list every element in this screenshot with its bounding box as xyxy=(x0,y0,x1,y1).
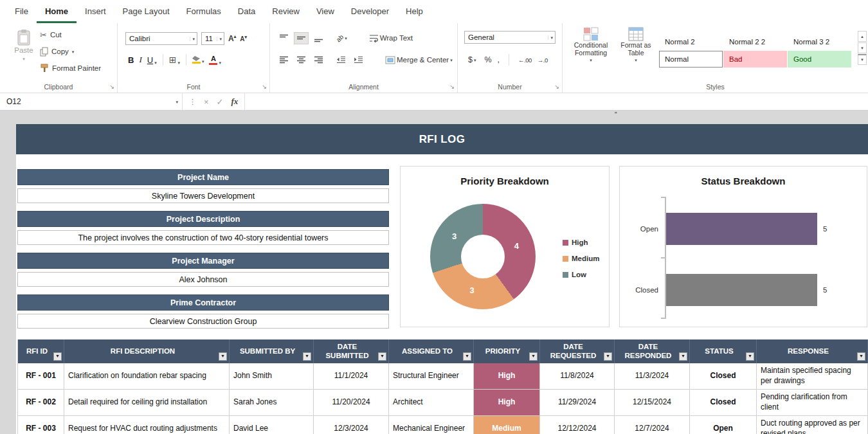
font-size-dropdown-arrow[interactable]: ▾ xyxy=(217,37,222,41)
menu-tab-page-layout[interactable]: Page Layout xyxy=(114,1,178,23)
filter-button[interactable]: ▼ xyxy=(53,352,62,361)
cell-date_requested[interactable]: 11/8/2024 xyxy=(540,363,615,390)
menu-tab-help[interactable]: Help xyxy=(397,1,431,23)
cell-date_requested[interactable]: 12/12/2024 xyxy=(540,416,615,434)
font-dialog-launcher[interactable]: ↘ xyxy=(262,84,267,90)
cell-status[interactable]: Closed xyxy=(690,363,757,390)
cell-status[interactable]: Open xyxy=(690,416,757,434)
align-middle-button[interactable] xyxy=(294,32,309,44)
enter-icon[interactable]: ✓ xyxy=(217,97,224,107)
name-box-dropdown-arrow[interactable]: ▾ xyxy=(176,100,178,104)
filter-button[interactable]: ▼ xyxy=(303,352,311,361)
paste-dropdown-arrow[interactable]: ▾ xyxy=(23,57,25,61)
priority-donut[interactable]: 433 xyxy=(430,204,536,309)
cell-id[interactable]: RF - 001 xyxy=(17,363,64,390)
cell-date_submitted[interactable]: 12/3/2024 xyxy=(314,416,389,434)
shrink-font-button[interactable]: A▾ xyxy=(240,35,247,42)
cell-assigned_to[interactable]: Mechanical Engineer xyxy=(389,416,474,434)
align-right-button[interactable] xyxy=(311,54,326,66)
fill-color-dropdown-arrow[interactable]: ▾ xyxy=(202,59,204,64)
cell-date_responded[interactable]: 12/15/2024 xyxy=(615,390,690,416)
filter-button[interactable]: ▼ xyxy=(529,352,538,361)
wrap-text-button[interactable]: Wrap Text xyxy=(366,32,415,44)
menu-tab-file[interactable]: File xyxy=(6,1,37,23)
decrease-indent-button[interactable] xyxy=(334,54,348,66)
menu-tab-view[interactable]: View xyxy=(308,1,343,23)
formula-input[interactable] xyxy=(244,93,868,110)
font-size-combo[interactable]: 11 ▾ xyxy=(201,32,224,45)
format-painter-button[interactable]: Format Painter xyxy=(40,62,101,75)
filter-button[interactable]: ▼ xyxy=(463,352,471,361)
filter-button[interactable]: ▼ xyxy=(604,352,612,361)
cell-submitted_by[interactable]: Sarah Jones xyxy=(230,390,314,416)
increase-indent-button[interactable] xyxy=(351,54,366,66)
style-chip-normal-2[interactable]: Normal 2 xyxy=(659,33,723,50)
cell-response[interactable]: Duct routing approved as per revised pla… xyxy=(757,416,868,434)
borders-button[interactable]: ⊞ ▾ xyxy=(167,54,183,66)
name-box[interactable]: O12 ▾ xyxy=(0,93,183,110)
legend-item[interactable]: Low xyxy=(563,271,599,278)
borders-dropdown-arrow[interactable]: ▾ xyxy=(177,60,180,65)
filter-button[interactable]: ▼ xyxy=(378,352,386,361)
merge-center-dropdown-arrow[interactable]: ▾ xyxy=(450,58,453,62)
cell-date_submitted[interactable]: 11/1/2024 xyxy=(314,363,389,390)
field-value-cell[interactable]: Skyline Towers Development xyxy=(17,188,389,203)
menu-tab-review[interactable]: Review xyxy=(264,1,308,23)
style-chip-good[interactable]: Good xyxy=(788,51,851,68)
gallery-scroll-up-button[interactable]: ▲ xyxy=(858,31,867,42)
paste-button[interactable]: Paste ▾ xyxy=(9,28,39,62)
font-color-dropdown-arrow[interactable]: ▾ xyxy=(219,60,221,65)
italic-button[interactable]: I xyxy=(136,54,144,66)
merge-center-button[interactable]: Merge & Center ▾ xyxy=(383,54,455,66)
gallery-more-button[interactable]: ▼ xyxy=(858,54,867,65)
field-value-cell[interactable]: Clearview Construction Group xyxy=(17,314,389,329)
font-name-dropdown-arrow[interactable]: ▾ xyxy=(190,37,195,41)
legend-item[interactable]: High xyxy=(563,239,599,246)
cell-date_responded[interactable]: 11/3/2024 xyxy=(615,363,690,390)
cell-status[interactable]: Closed xyxy=(690,390,757,416)
insert-function-icon[interactable]: fx xyxy=(231,96,239,107)
fill-color-button[interactable]: ▾ xyxy=(190,55,207,64)
cell-priority[interactable]: High xyxy=(474,363,540,390)
copy-button[interactable]: Copy ▾ xyxy=(40,45,74,58)
sheet-title-banner[interactable]: RFI LOG xyxy=(16,124,868,154)
filter-button[interactable]: ▼ xyxy=(746,352,754,361)
grow-font-button[interactable]: A▴ xyxy=(228,34,236,43)
field-value-cell[interactable]: The project involves the construction of… xyxy=(17,230,389,245)
increase-decimal-button[interactable]: ←.00 xyxy=(518,57,532,64)
cell-id[interactable]: RF - 002 xyxy=(17,390,64,416)
clipboard-dialog-launcher[interactable]: ↘ xyxy=(109,84,114,90)
legend-item[interactable]: Medium xyxy=(563,255,599,262)
decrease-decimal-button[interactable]: →.0 xyxy=(538,57,548,64)
menu-tab-home[interactable]: Home xyxy=(37,1,77,23)
number-format-combo[interactable]: General ▾ xyxy=(464,31,556,44)
percent-style-button[interactable]: % xyxy=(484,55,491,64)
style-chip-normal[interactable]: Normal xyxy=(659,51,723,68)
cell-id[interactable]: RF - 003 xyxy=(17,416,64,434)
style-chip-normal-3-2[interactable]: Normal 3 2 xyxy=(788,33,851,50)
cell-assigned_to[interactable]: Structural Engineer xyxy=(389,363,474,390)
menu-tab-insert[interactable]: Insert xyxy=(77,1,114,23)
filter-button[interactable]: ▼ xyxy=(219,352,227,361)
cell-date_submitted[interactable]: 11/20/2024 xyxy=(314,390,389,416)
align-bottom-button[interactable] xyxy=(311,32,326,44)
style-chip-normal-2-2[interactable]: Normal 2 2 xyxy=(723,33,787,50)
number-dialog-launcher[interactable]: ↘ xyxy=(554,84,559,90)
cell-submitted_by[interactable]: John Smith xyxy=(230,363,314,390)
status-bar-open[interactable] xyxy=(666,213,817,245)
underline-button[interactable]: U ▾ xyxy=(145,55,159,66)
cell-date_requested[interactable]: 11/29/2024 xyxy=(540,390,615,416)
align-left-button[interactable] xyxy=(276,54,291,66)
font-name-combo[interactable]: Calibri ▾ xyxy=(125,32,197,45)
format-as-table-button[interactable]: Format as Table ▾ xyxy=(615,27,656,62)
underline-dropdown-arrow[interactable]: ▾ xyxy=(154,60,157,65)
conditional-formatting-dropdown-arrow[interactable]: ▾ xyxy=(570,58,611,62)
cell-submitted_by[interactable]: David Lee xyxy=(230,416,314,434)
cell-description[interactable]: Clarification on foundation rebar spacin… xyxy=(64,363,230,390)
copy-dropdown-arrow[interactable]: ▾ xyxy=(72,50,75,54)
cell-date_responded[interactable]: 12/7/2024 xyxy=(615,416,690,434)
number-format-dropdown-arrow[interactable]: ▾ xyxy=(548,35,553,40)
cell-assigned_to[interactable]: Architect xyxy=(389,390,474,416)
priority-chart[interactable]: Priority Breakdown 433 HighMediumLow xyxy=(400,166,610,327)
conditional-formatting-button[interactable]: Conditional Formatting ▾ xyxy=(570,27,611,62)
